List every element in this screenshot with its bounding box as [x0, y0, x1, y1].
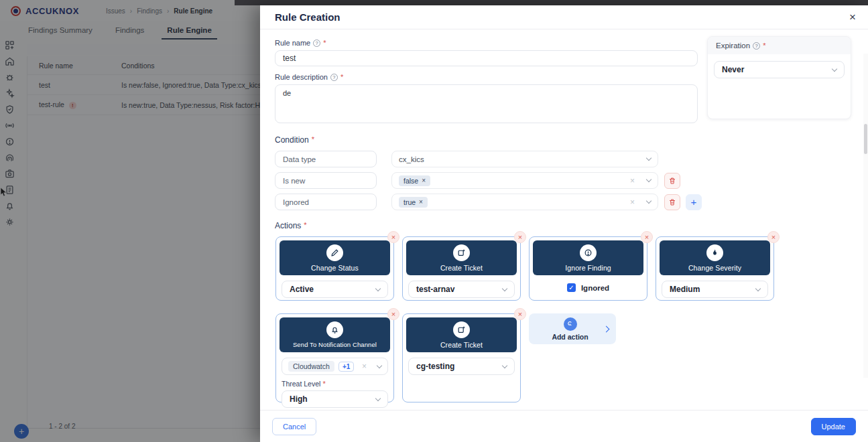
condition-field-select[interactable]: Is new: [275, 172, 377, 189]
rule-description-input[interactable]: de: [275, 84, 698, 123]
drawer-scrollbar[interactable]: [863, 54, 868, 378]
check-icon: ✓: [568, 284, 574, 291]
severity-value: Medium: [670, 285, 700, 294]
condition-row: Data type cx_kics: [275, 151, 851, 167]
action-card-header: Create Ticket: [406, 240, 517, 275]
action-card-title: Send To Notification Channel: [293, 341, 377, 348]
channel-chip: Cloudwatch: [288, 361, 334, 372]
required-mark: *: [340, 73, 343, 81]
update-button[interactable]: Update: [811, 418, 856, 435]
chip-remove-icon[interactable]: ×: [419, 198, 423, 206]
required-mark: *: [312, 135, 314, 145]
bell-icon: [326, 321, 343, 338]
help-icon[interactable]: ?: [313, 40, 320, 47]
flame-icon: [706, 244, 723, 261]
action-card-change-status: × Change Status Active: [275, 236, 394, 301]
action-card-header: Send To Notification Channel: [280, 317, 390, 352]
remove-action-icon[interactable]: ×: [514, 231, 526, 243]
chevron-down-icon: [375, 285, 381, 291]
threat-level-label: Threat Level *: [282, 380, 388, 388]
chevron-right-icon: [603, 325, 610, 332]
chevron-down-icon: [832, 66, 837, 71]
scrollbar-thumb[interactable]: [864, 124, 867, 154]
action-card-change-severity: × Change Severity Medium: [656, 236, 774, 301]
value-chip: false×: [399, 175, 430, 186]
actions-heading: Actions *: [275, 221, 851, 230]
rule-description-label: Rule description ? *: [275, 73, 698, 81]
add-condition-button[interactable]: +: [686, 194, 702, 210]
screen: ACCUKNOX Issues › Findings › Rule Engine: [0, 0, 868, 442]
action-card-title: Change Status: [311, 264, 359, 272]
ticket-plus-icon: [453, 321, 470, 338]
expiration-label: Expiration ? *: [708, 37, 851, 54]
status-select[interactable]: Active: [282, 281, 388, 298]
action-card-title: Change Severity: [688, 264, 741, 272]
expiration-value: Never: [722, 65, 744, 74]
chevron-down-icon: [646, 198, 652, 204]
close-icon[interactable]: ×: [849, 11, 856, 23]
add-action-button[interactable]: Add action: [529, 313, 616, 344]
rule-name-label: Rule name ? *: [275, 39, 698, 47]
chevron-down-icon: [755, 285, 761, 291]
required-mark: *: [322, 380, 325, 388]
condition-field-select[interactable]: Ignored: [275, 194, 377, 210]
drawer-header: Rule Creation ×: [260, 5, 868, 29]
cancel-button[interactable]: Cancel: [272, 418, 316, 435]
action-card-send-notification: × Send To Notification Channel Cloudwatc…: [275, 313, 394, 402]
action-card-title: Ignore Finding: [565, 264, 611, 272]
condition-value-select[interactable]: false× ×: [391, 172, 658, 189]
severity-select[interactable]: Medium: [662, 281, 768, 298]
action-card-title: Create Ticket: [440, 341, 483, 349]
channel-multiselect[interactable]: Cloudwatch +1 ×: [282, 358, 388, 375]
action-card-header: Change Status: [280, 240, 390, 275]
ticket-config-value: test-arnav: [416, 285, 454, 294]
clear-icon[interactable]: ×: [362, 362, 367, 370]
threat-level-select[interactable]: High: [282, 390, 388, 408]
rule-name-input[interactable]: [275, 50, 698, 66]
expiration-select[interactable]: Never: [714, 61, 845, 78]
remove-action-icon[interactable]: ×: [387, 231, 399, 243]
condition-value-select[interactable]: true× ×: [391, 194, 658, 210]
delete-condition-button[interactable]: [664, 194, 680, 210]
chevron-down-icon: [377, 362, 382, 368]
clear-icon[interactable]: ×: [630, 177, 635, 185]
drawer-body: Rule name ? * Rule description ? * de Ex…: [260, 29, 868, 410]
chip-remove-icon[interactable]: ×: [422, 177, 426, 184]
pencil-icon: [326, 244, 343, 261]
ticket-config-select[interactable]: test-arnav: [408, 281, 515, 298]
alert-circle-icon: [580, 244, 597, 261]
more-count-badge[interactable]: +1: [338, 362, 354, 372]
plus-icon: +: [691, 196, 697, 208]
chevron-down-icon: [375, 395, 381, 400]
condition-heading: Condition *: [275, 135, 851, 145]
ignored-checkbox[interactable]: ✓: [567, 283, 576, 292]
condition-value-select[interactable]: cx_kics: [391, 151, 658, 167]
add-action-label: Add action: [552, 333, 588, 341]
help-icon[interactable]: ?: [753, 42, 760, 50]
clear-icon[interactable]: ×: [630, 198, 635, 206]
remove-action-icon[interactable]: ×: [767, 231, 780, 243]
delete-condition-button[interactable]: [664, 173, 680, 189]
remove-action-icon[interactable]: ×: [641, 231, 653, 243]
remove-action-icon[interactable]: ×: [387, 308, 399, 320]
rule-creation-drawer: Rule Creation × Rule name ? * Rule descr…: [260, 5, 868, 442]
chevron-down-icon: [646, 155, 652, 161]
drawer-footer: Cancel Update: [260, 410, 868, 442]
value-chip: true×: [399, 197, 428, 208]
threat-level-value: High: [290, 394, 308, 404]
condition-row: Is new false× ×: [275, 172, 851, 189]
add-action-icon: [564, 317, 577, 331]
action-card-create-ticket: × Create Ticket test-arnav: [402, 236, 521, 301]
chevron-down-icon: [502, 285, 507, 291]
action-card-header: Create Ticket: [406, 317, 517, 352]
remove-action-icon[interactable]: ×: [514, 308, 526, 320]
ticket-config-select[interactable]: cg-testing: [408, 358, 515, 375]
status-value: Active: [290, 285, 314, 294]
condition-value: cx_kics: [399, 155, 424, 163]
required-mark: *: [763, 42, 765, 50]
action-card-ignore-finding: × Ignore Finding ✓ Ignored: [529, 236, 647, 301]
required-mark: *: [304, 221, 306, 230]
condition-field-select[interactable]: Data type: [275, 151, 377, 167]
help-icon[interactable]: ?: [330, 74, 338, 81]
chevron-down-icon: [646, 177, 652, 182]
